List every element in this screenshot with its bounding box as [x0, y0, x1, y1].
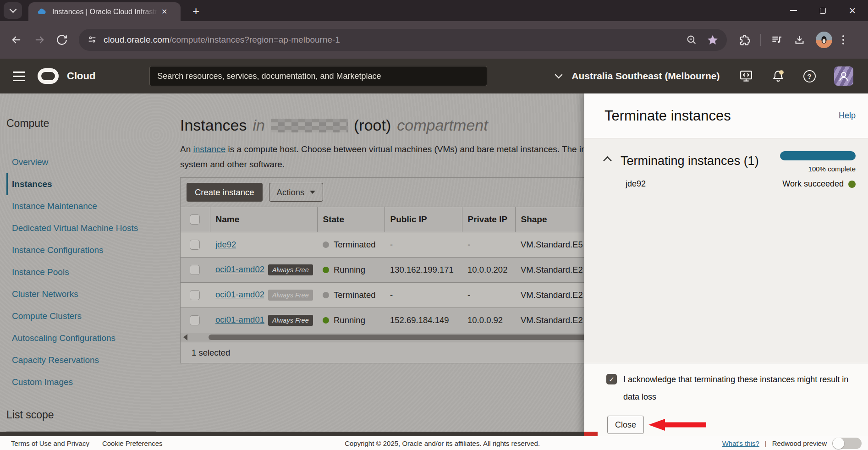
state-label: Running	[334, 265, 365, 274]
desc-text: An	[180, 144, 193, 154]
scrollbar-thumb[interactable]	[209, 335, 632, 340]
chevron-down-icon	[310, 191, 315, 194]
url-host: cloud.oracle.com	[104, 35, 170, 44]
region-selector[interactable]: Australia Southeast (Melbourne)	[556, 71, 720, 82]
sidebar-item-overview[interactable]: Overview	[6, 151, 163, 173]
select-all-checkbox[interactable]	[190, 214, 200, 225]
panel-body: Terminating instances (1) 100% complete …	[584, 138, 868, 189]
toolbar-separator	[760, 34, 761, 46]
row-checkbox[interactable]	[190, 265, 200, 275]
oracle-logo-icon[interactable]	[38, 68, 59, 84]
page-title-root: (root)	[354, 116, 391, 134]
table-header-row: Name State Public IP Private IP Shape	[181, 207, 633, 232]
instance-link[interactable]: oci01-amd02	[215, 264, 264, 274]
page-title-in: in	[253, 116, 265, 134]
close-button[interactable]: Close	[607, 416, 644, 434]
public-ip-cell: 152.69.184.149	[385, 307, 462, 333]
terms-link[interactable]: Terms of Use and Privacy	[11, 439, 89, 447]
sidebar-item-instance-maintenance[interactable]: Instance Maintenance	[6, 195, 163, 217]
address-bar[interactable]: cloud.oracle.com/compute/instances?regio…	[79, 29, 727, 51]
collapse-chevron-icon[interactable]	[603, 156, 611, 165]
window-minimize-button[interactable]	[790, 10, 797, 11]
table-row: oci01-amd02Always Free Terminated - - VM…	[181, 282, 633, 307]
sidebar-item-dedicated-vm-hosts[interactable]: Dedicated Virtual Machine Hosts	[6, 217, 163, 239]
browser-profile-avatar[interactable]	[816, 32, 832, 48]
selection-status: 1 selected	[181, 342, 633, 363]
forward-button[interactable]	[33, 33, 46, 46]
sidebar-item-instances[interactable]: Instances	[6, 173, 163, 195]
zoom-out-icon[interactable]	[686, 34, 698, 46]
whats-this-link[interactable]: What's this?	[722, 439, 759, 447]
always-free-badge: Always Free	[268, 315, 313, 326]
row-checkbox[interactable]	[190, 315, 200, 325]
sidebar-item-cluster-networks[interactable]: Cluster Networks	[6, 283, 163, 305]
instance-link[interactable]: oci01-amd01	[215, 315, 264, 324]
media-controls-icon[interactable]	[771, 34, 783, 46]
tab-search-menu-button[interactable]	[4, 2, 22, 19]
sidebar-item-instance-pools[interactable]: Instance Pools	[6, 261, 163, 283]
instance-link[interactable]: oci01-amd02	[215, 290, 264, 299]
table-row: jde92 Terminated - - VM.Standard.E5	[181, 232, 633, 257]
instances-table: Name State Public IP Private IP Shape jd…	[181, 207, 633, 333]
brand-label[interactable]: Cloud	[67, 70, 95, 82]
create-instance-button[interactable]: Create instance	[187, 183, 263, 202]
window-close-button[interactable]: ✕	[849, 6, 856, 15]
sidebar-item-instance-configurations[interactable]: Instance Configurations	[6, 239, 163, 261]
bookmark-star-icon[interactable]	[707, 34, 719, 46]
redwood-preview-toggle[interactable]	[832, 438, 862, 449]
sidebar-item-custom-images[interactable]: Custom Images	[6, 371, 163, 393]
column-header-private-ip: Private IP	[462, 207, 515, 232]
state-label: Terminated	[334, 290, 376, 300]
toggle-knob	[833, 438, 844, 449]
window-maximize-button[interactable]	[820, 8, 826, 14]
profile-avatar[interactable]	[834, 66, 853, 86]
forward-arrow-icon	[33, 33, 46, 46]
global-search-input[interactable]	[149, 66, 487, 86]
instance-link[interactable]: jde92	[215, 240, 236, 249]
sidebar-item-compute-clusters[interactable]: Compute Clusters	[6, 305, 163, 327]
row-checkbox[interactable]	[190, 240, 200, 250]
page-title-suffix: compartment	[397, 116, 488, 134]
progress-label: 100% complete	[780, 165, 856, 173]
toolbar-actions	[738, 32, 853, 48]
work-status-label: Work succeeded	[782, 179, 844, 189]
cookie-preferences-link[interactable]: Cookie Preferences	[102, 439, 163, 447]
browser-tab[interactable]: Instances | Oracle Cloud Infrastr ✕	[28, 2, 181, 21]
instance-doc-link[interactable]: instance	[193, 144, 226, 154]
scrollbar-track[interactable]	[192, 334, 632, 340]
chevron-down-icon	[555, 71, 563, 79]
list-scope-section: List scope	[6, 409, 163, 432]
public-ip-cell: -	[385, 232, 462, 257]
extensions-icon[interactable]	[738, 34, 750, 46]
private-ip-cell: 10.0.0.92	[462, 307, 515, 333]
tab-close-icon[interactable]: ✕	[161, 7, 167, 16]
reload-button[interactable]	[56, 34, 68, 46]
row-checkbox[interactable]	[190, 290, 200, 300]
window-controls: ✕	[778, 0, 868, 21]
cloud-shell-icon[interactable]	[739, 69, 753, 83]
acknowledge-checkbox[interactable]: ✓	[606, 374, 617, 384]
horizontal-scrollbar[interactable]	[181, 333, 633, 342]
sidebar-item-autoscaling-configurations[interactable]: Autoscaling Configurations	[6, 327, 163, 349]
person-icon	[837, 70, 850, 82]
site-settings-icon[interactable]	[87, 35, 97, 45]
back-arrow-icon	[10, 33, 23, 46]
back-button[interactable]	[10, 33, 23, 46]
list-scope-title: List scope	[6, 409, 163, 421]
help-link[interactable]: Help	[839, 111, 856, 121]
new-tab-button[interactable]: +	[192, 4, 199, 18]
acknowledge-row: ✓ I acknowledge that terminating these i…	[606, 371, 856, 406]
terminating-instance-name: jde92	[626, 179, 646, 189]
actions-button[interactable]: Actions	[269, 183, 324, 202]
announcements-bell-icon[interactable]	[771, 69, 785, 83]
hamburger-menu-icon[interactable]	[13, 71, 25, 81]
scroll-left-arrow-icon[interactable]	[183, 334, 187, 340]
downloads-icon[interactable]	[793, 34, 806, 46]
sidebar-item-capacity-reservations[interactable]: Capacity Reservations	[6, 349, 163, 371]
tab-title: Instances | Oracle Cloud Infrastr	[52, 8, 158, 16]
desc-text-line2: system and other software.	[180, 159, 285, 169]
cloud-favicon-icon	[37, 7, 47, 17]
page-title-prefix: Instances	[180, 116, 247, 134]
help-icon[interactable]: ?	[803, 70, 816, 82]
browser-menu-button[interactable]	[842, 35, 844, 44]
